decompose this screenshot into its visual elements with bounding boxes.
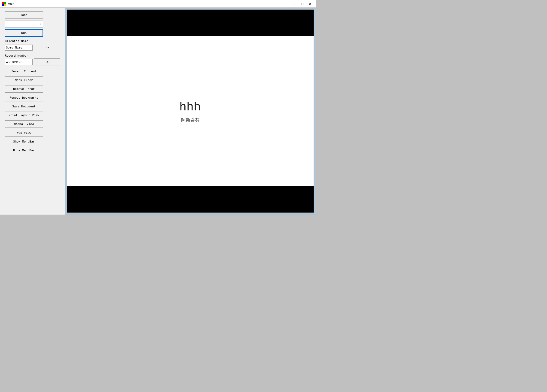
doc-subtitle: 阿斯蒂芬	[181, 117, 200, 123]
sidebar: load ▾ Run Client's Name -> Record Numbe…	[0, 8, 65, 215]
window-title: Main	[8, 2, 291, 6]
run-button[interactable]: Run	[5, 29, 43, 37]
document-container: hhh 阿斯蒂芬	[67, 9, 314, 213]
save-document-button[interactable]: Save Document	[5, 103, 43, 110]
clients-name-label: Client's Name	[5, 40, 60, 43]
record-number-row: ->	[5, 58, 60, 66]
record-number-group: Record Number ->	[5, 54, 60, 66]
remove-bookmarks-button[interactable]: Remove bookmarks	[5, 94, 43, 101]
svg-rect-3	[4, 4, 6, 6]
svg-rect-0	[2, 2, 4, 4]
doc-bottom-bar	[67, 186, 314, 213]
doc-top-bar	[67, 10, 314, 36]
mark-error-button[interactable]: Mark Error	[5, 76, 43, 84]
minimize-button[interactable]: —	[291, 1, 298, 7]
record-number-label: Record Number	[5, 54, 60, 58]
close-button[interactable]: ✕	[307, 1, 314, 7]
doc-body: hhh 阿斯蒂芬	[67, 36, 314, 186]
clients-name-arrow-button[interactable]: ->	[34, 44, 60, 51]
main-content: load ▾ Run Client's Name -> Record Numbe…	[0, 8, 316, 215]
insert-current-button[interactable]: Insert Current	[5, 68, 43, 75]
clients-name-input[interactable]	[5, 45, 33, 51]
main-dropdown[interactable]	[5, 20, 43, 27]
hide-menubar-button[interactable]: Hide MenuBar	[5, 147, 43, 154]
maximize-button[interactable]: □	[299, 1, 306, 7]
doc-title: hhh	[180, 99, 201, 113]
web-view-button[interactable]: Web View	[5, 129, 43, 136]
show-menubar-button[interactable]: Show MenuBar	[5, 138, 43, 145]
svg-rect-2	[2, 4, 4, 6]
preview-area: hhh 阿斯蒂芬	[65, 8, 316, 215]
record-number-input[interactable]	[5, 59, 33, 65]
action-buttons: Insert Current Mark Error Remove Error R…	[5, 68, 60, 154]
record-number-arrow-button[interactable]: ->	[34, 58, 60, 66]
clients-name-group: Client's Name ->	[5, 40, 60, 51]
svg-rect-1	[4, 2, 6, 4]
normal-view-button[interactable]: Normal View	[5, 120, 43, 128]
main-window: Main — □ ✕ load ▾ Run Client's Name ->	[0, 0, 316, 215]
load-button[interactable]: load	[5, 11, 43, 19]
clients-name-row: ->	[5, 44, 60, 51]
title-bar: Main — □ ✕	[0, 0, 316, 8]
dropdown-container: ▾	[5, 20, 43, 27]
remove-error-button[interactable]: Remove Error	[5, 85, 43, 93]
print-layout-view-button[interactable]: Print Layout View	[5, 112, 43, 119]
window-controls: — □ ✕	[291, 1, 314, 7]
app-icon	[2, 2, 6, 6]
